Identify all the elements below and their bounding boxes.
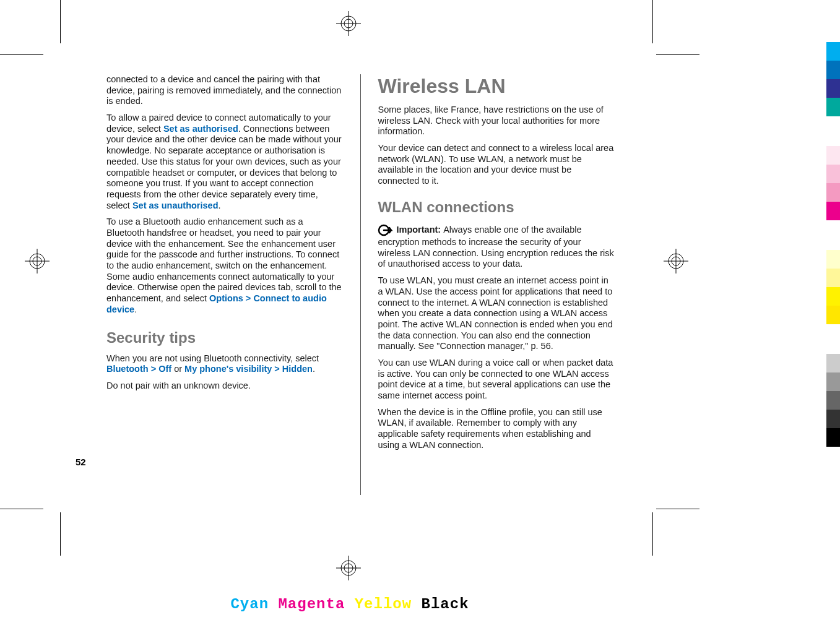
color-swatch [826, 391, 840, 410]
text: . Connections between your device and th… [106, 124, 342, 210]
link-phone-visibility: My phone's visibility [184, 364, 272, 374]
color-swatch [826, 287, 840, 306]
registration-mark-icon [25, 249, 50, 273]
color-swatch [826, 410, 840, 428]
color-swatch [826, 98, 840, 116]
color-swatch [826, 116, 840, 146]
yellow-label: Yellow [355, 596, 412, 613]
link-set-as-unauthorised: Set as unauthorised [132, 200, 219, 210]
body-text: Do not pair with an unknown device. [106, 381, 343, 392]
heading-wireless-lan: Wireless LAN [378, 74, 614, 98]
registration-mark-icon [336, 556, 361, 580]
text: . [219, 200, 221, 210]
body-text: When the device is in the Offline profil… [378, 407, 614, 451]
body-text: You can use WLAN during a voice call or … [378, 358, 614, 402]
color-swatch [826, 146, 840, 165]
text: When you are not using Bluetooth connect… [106, 353, 319, 363]
crop-mark [0, 509, 43, 509]
body-text: To use a Bluetooth audio enhancement suc… [106, 217, 343, 315]
color-swatch [826, 183, 840, 202]
body-text: Your device can detect and connect to a … [378, 143, 614, 187]
body-text: connected to a device and cancel the pai… [106, 74, 343, 107]
color-swatch [826, 306, 840, 324]
text: or [171, 364, 184, 374]
separator: > [272, 364, 282, 374]
right-column: Wireless LAN Some places, like France, h… [378, 74, 614, 495]
registration-mark-icon [664, 249, 688, 273]
color-swatch [826, 354, 840, 372]
color-swatch [826, 202, 840, 220]
color-swatch [826, 372, 840, 391]
black-label: Black [422, 596, 469, 613]
page-number: 52 [76, 457, 86, 467]
registration-mark-icon [336, 11, 361, 36]
text: . [313, 364, 315, 374]
magenta-label: Magenta [278, 596, 345, 613]
text: . [134, 304, 137, 314]
left-column: connected to a device and cancel the pai… [106, 74, 343, 495]
color-bars [826, 42, 840, 447]
link-bluetooth: Bluetooth [106, 364, 149, 374]
link-off: Off [158, 364, 171, 374]
link-hidden: Hidden [282, 364, 313, 374]
link-set-as-authorised: Set as authorised [163, 124, 238, 134]
heading-security-tips: Security tips [106, 329, 343, 347]
color-swatch [826, 61, 840, 79]
important-label: Important: [396, 225, 443, 235]
crop-mark [60, 512, 61, 556]
text: To use a Bluetooth audio enhancement suc… [106, 217, 342, 303]
crop-mark [656, 54, 699, 55]
link-options: Options [209, 293, 243, 303]
color-swatch [826, 165, 840, 183]
color-swatch [826, 79, 840, 98]
heading-wlan-connections: WLAN connections [378, 198, 614, 216]
important-note: Important: Always enable one of the avai… [378, 223, 614, 270]
body-text: To allow a paired device to connect auto… [106, 113, 343, 211]
column-divider [360, 74, 361, 495]
color-swatch [826, 428, 840, 447]
important-icon [378, 223, 395, 237]
color-swatch [826, 324, 840, 354]
color-swatch [826, 42, 840, 61]
crop-mark [656, 509, 699, 509]
crop-mark [652, 0, 653, 43]
body-text: To use WLAN, you must create an internet… [378, 275, 614, 352]
color-swatch [826, 220, 840, 250]
crop-mark [0, 54, 43, 55]
color-swatch [826, 269, 840, 287]
cmyk-labels: Cyan Magenta Yellow Black [0, 596, 699, 613]
crop-mark [652, 512, 653, 556]
separator: > [243, 293, 254, 303]
color-swatch [826, 250, 840, 269]
body-text: Some places, like France, have restricti… [378, 105, 614, 137]
separator: > [149, 364, 159, 374]
body-text: When you are not using Bluetooth connect… [106, 353, 343, 375]
page-content: connected to a device and cancel the pai… [106, 74, 614, 495]
crop-mark [60, 0, 61, 43]
cyan-label: Cyan [230, 596, 269, 613]
